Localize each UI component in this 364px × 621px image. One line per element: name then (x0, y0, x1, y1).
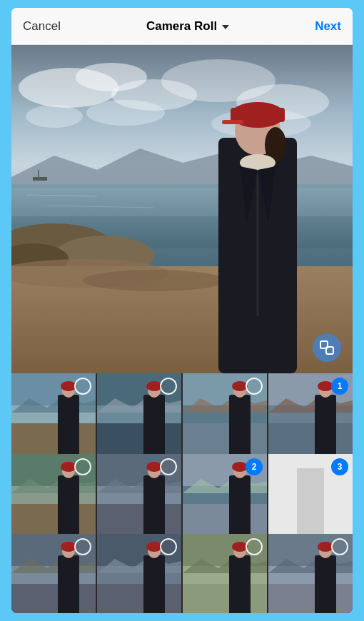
camera-roll-label: Camera Roll (146, 19, 217, 34)
svg-point-6 (26, 105, 83, 128)
selection-indicator (160, 458, 177, 475)
selection-indicator: 2 (246, 458, 263, 475)
svg-rect-84 (297, 468, 324, 538)
next-button[interactable]: Next (315, 19, 341, 34)
svg-rect-36 (11, 423, 96, 458)
svg-rect-88 (11, 584, 96, 613)
thumbnail-cell[interactable] (97, 534, 181, 613)
svg-rect-103 (229, 555, 251, 613)
thumbnail-cell[interactable]: 2 (183, 454, 267, 538)
cancel-button[interactable]: Cancel (23, 19, 61, 34)
svg-rect-50 (183, 423, 267, 458)
chevron-down-icon (222, 25, 229, 29)
main-preview (11, 45, 353, 373)
header: Cancel Camera Roll Next (11, 8, 353, 45)
thumbnail-cell[interactable] (268, 534, 353, 613)
selection-indicator: 3 (331, 458, 348, 475)
header-title[interactable]: Camera Roll (146, 19, 229, 34)
selection-indicator (74, 378, 91, 395)
svg-rect-71 (97, 504, 181, 538)
svg-rect-89 (58, 555, 79, 613)
thumbnail-cell[interactable] (11, 534, 96, 613)
thumbnail-cell[interactable] (11, 454, 96, 538)
svg-rect-13 (33, 177, 47, 181)
thumbnail-cell[interactable] (183, 534, 267, 613)
svg-rect-44 (143, 395, 165, 458)
scene-svg (11, 45, 353, 373)
thumbnail-grid: 123 (11, 373, 353, 613)
svg-rect-43 (97, 423, 181, 458)
svg-rect-95 (97, 584, 181, 613)
preview-scene (11, 45, 353, 373)
expand-button[interactable] (313, 333, 341, 362)
selection-indicator (74, 458, 91, 475)
thumbnail-cell[interactable]: 1 (268, 373, 353, 458)
svg-rect-64 (11, 504, 96, 538)
selection-indicator (160, 378, 177, 395)
expand-icon (320, 340, 334, 355)
thumbnail-cell[interactable] (97, 373, 181, 458)
svg-point-7 (86, 100, 165, 126)
svg-rect-109 (268, 584, 353, 613)
thumbnail-cell[interactable]: 3 (268, 454, 353, 538)
svg-rect-65 (58, 475, 79, 538)
selection-indicator (246, 378, 263, 395)
svg-rect-102 (183, 584, 267, 613)
svg-rect-78 (183, 504, 267, 538)
svg-rect-79 (229, 475, 251, 538)
svg-rect-110 (315, 555, 336, 613)
svg-rect-37 (58, 395, 79, 458)
svg-rect-96 (143, 555, 165, 613)
svg-point-20 (83, 270, 226, 291)
phone-container: Cancel Camera Roll Next (11, 8, 353, 613)
svg-rect-51 (229, 395, 251, 458)
svg-rect-57 (268, 423, 353, 458)
svg-rect-25 (222, 120, 243, 124)
svg-rect-72 (143, 475, 165, 538)
thumbnail-cell[interactable] (183, 373, 267, 458)
thumbnail-cell[interactable] (97, 454, 181, 538)
thumbnail-cell[interactable] (11, 373, 96, 458)
svg-rect-58 (315, 395, 336, 458)
selection-indicator: 1 (331, 378, 348, 395)
